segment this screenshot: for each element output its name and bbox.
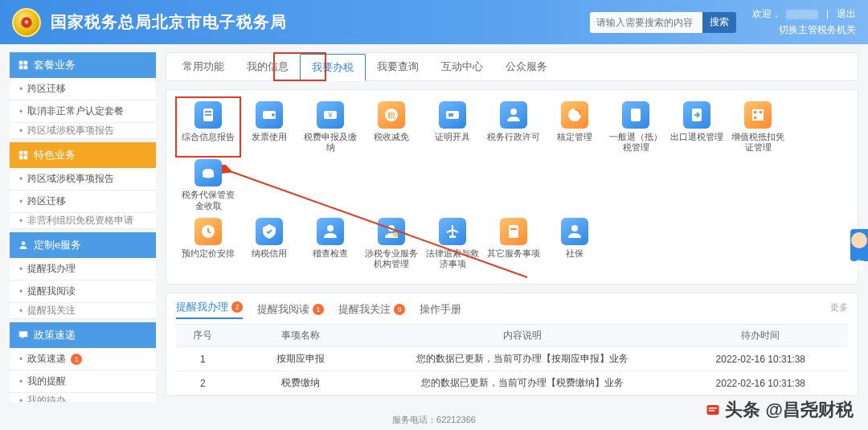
func-item-sqjm[interactable]: 税税收减免	[363, 101, 420, 153]
sidebar-head-dingzhi[interactable]: 定制e服务	[10, 232, 156, 258]
sidebar-item[interactable]: 取消非正常户认定套餐	[10, 100, 156, 123]
badge-icon: 1	[71, 354, 82, 365]
sidebar-item[interactable]: 我的提醒	[10, 371, 156, 393]
logout-link[interactable]: 退出	[837, 6, 856, 22]
main-content: 常用功能 我的信息 我要办税 我要查询 互动中心 公众服务 综合信息报告发票使用…	[166, 52, 858, 402]
func-item-qtfwsx[interactable]: 其它服务事项	[485, 218, 542, 269]
func-item-nsxy[interactable]: 纳税信用	[241, 218, 297, 269]
main-tabs: 常用功能 我的信息 我要办税 我要查询 互动中心 公众服务	[166, 52, 858, 81]
sszyfwjg-icon	[378, 218, 405, 245]
func-item-sb[interactable]: 社保	[547, 218, 603, 269]
ybtds-icon	[622, 101, 649, 129]
sidebar-head-taocan[interactable]: 套餐业务	[10, 52, 156, 78]
table-header: 内容说明	[364, 325, 674, 347]
sidebar-item[interactable]: 跨区域涉税事项报告	[10, 123, 156, 139]
emblem-icon	[18, 14, 35, 31]
sidebar-item[interactable]: 我的待办	[10, 393, 156, 402]
sidebar-item[interactable]: 跨区迁移	[10, 190, 156, 213]
func-item-swxzxk[interactable]: 税务行政许可	[485, 101, 542, 153]
func-item-flzsjj[interactable]: 法律追索与救济事项	[424, 218, 481, 269]
swxzxk-icon	[500, 101, 527, 129]
switch-org-link[interactable]: 切换主管税务机关	[779, 24, 856, 35]
func-label: 社保	[566, 248, 583, 268]
footer: 服务电话：62212366	[0, 410, 868, 430]
sidebar-item[interactable]: 非营利组织免税资格申请	[10, 213, 156, 229]
hdgl-icon	[561, 101, 588, 129]
func-item-swdbgzj[interactable]: 税务代保管资金收取	[180, 159, 236, 211]
svg-rect-7	[19, 156, 23, 160]
svg-rect-5	[19, 151, 23, 155]
search-input[interactable]	[590, 12, 702, 33]
svg-rect-34	[509, 225, 518, 238]
tab-hudongzhongxin[interactable]: 互动中心	[430, 53, 494, 80]
welcome-text: 欢迎，	[752, 6, 781, 22]
tab-changyong[interactable]: 常用功能	[171, 53, 235, 80]
badge-icon: 2	[231, 301, 243, 313]
sfsbjj-icon: ¥	[317, 101, 344, 129]
reminder-tab-guanzhu[interactable]: 提醒我关注 9	[338, 302, 405, 317]
reminder-tab-banli[interactable]: 提醒我办理 2	[176, 300, 243, 319]
svg-text:税: 税	[387, 111, 395, 120]
fpsy-icon	[256, 101, 283, 129]
func-item-fpsy[interactable]: 发票使用	[241, 101, 297, 153]
func-item-ybtds[interactable]: 一般退（抵）税管理	[608, 101, 664, 153]
blurred-username	[786, 10, 818, 19]
search-button[interactable]: 搜索	[702, 12, 736, 33]
table-header: 待办时间	[674, 325, 848, 347]
sidebar-item[interactable]: 跨区迁移	[10, 78, 156, 100]
func-label: 出口退税管理	[670, 132, 723, 151]
sidebar-item[interactable]: 提醒我办理	[10, 258, 156, 281]
svg-rect-28	[754, 117, 756, 119]
sidebar-item[interactable]: 提醒我阅读	[10, 281, 156, 303]
svg-rect-35	[510, 228, 517, 230]
nsxy-icon	[256, 218, 283, 245]
sidebar-item[interactable]: 政策速递 1	[10, 348, 156, 371]
reminder-tab-yuedu[interactable]: 提醒我阅读 1	[257, 302, 324, 317]
assist-label: 在线导办	[854, 252, 866, 258]
func-item-sfsbjj[interactable]: ¥税费申报及缴纳	[302, 101, 358, 153]
func-item-cktsgl[interactable]: 出口退税管理	[669, 101, 725, 153]
reminder-table: 序号 事项名称 内容说明 待办时间 1按期应申报您的数据已更新，当前可办理【按期…	[176, 324, 848, 395]
zhxxbg-icon	[194, 101, 222, 129]
func-item-hdgl[interactable]: 核定管理	[547, 101, 603, 153]
func-item-yydjap[interactable]: 预约定价安排	[180, 218, 236, 269]
func-item-zhxxbg[interactable]: 综合信息报告	[180, 101, 236, 153]
table-header: 序号	[176, 325, 230, 347]
table-row[interactable]: 1按期应申报您的数据已更新，当前可办理【按期应申报】业务2022-02-16 1…	[176, 347, 848, 371]
reminder-more-link[interactable]: 更多	[830, 301, 848, 313]
svg-point-32	[393, 232, 398, 237]
table-row[interactable]: 2税费缴纳您的数据已更新，当前可办理【税费缴纳】业务2022-02-16 10:…	[176, 371, 848, 395]
func-item-sszyfwjg[interactable]: 涉税专业服务机构管理	[363, 218, 420, 269]
func-label: 税务行政许可	[487, 132, 540, 151]
func-label: 其它服务事项	[487, 248, 540, 268]
tab-woyaobanshui[interactable]: 我要办税	[300, 54, 366, 81]
sb-icon	[561, 218, 588, 245]
reminder-tab-shouce[interactable]: 操作手册	[420, 302, 461, 317]
sidebar-head-tese[interactable]: 特色业务	[10, 142, 156, 168]
svg-text:¥: ¥	[327, 111, 333, 119]
svg-rect-11	[205, 111, 211, 113]
cktsgl-icon	[683, 101, 710, 129]
func-label: 稽查检查	[313, 248, 348, 268]
tab-wodexinxi[interactable]: 我的信息	[235, 53, 300, 80]
sidebar-item[interactable]: 提醒我关注	[10, 303, 156, 319]
sidebar-item[interactable]: 跨区域涉税事项报告	[10, 168, 156, 190]
func-label: 纳税信用	[252, 248, 287, 268]
func-item-zzsdkpz[interactable]: 增值税抵扣凭证管理	[730, 101, 786, 153]
national-emblem-logo	[12, 8, 41, 37]
func-item-zmkj[interactable]: 证明开具	[424, 101, 481, 153]
func-label: 发票使用	[252, 132, 287, 151]
zzsdkpz-icon	[744, 101, 772, 129]
func-label: 增值税抵扣凭证管理	[730, 132, 786, 153]
tab-gongzhongfuwu[interactable]: 公众服务	[494, 53, 559, 80]
func-label: 税务代保管资金收取	[180, 190, 236, 211]
float-assist-button[interactable]: 在线导办	[850, 229, 868, 261]
grid-icon	[18, 149, 29, 161]
sidebar-section-label: 定制e服务	[34, 238, 81, 252]
tab-woyaochaxun[interactable]: 我要查询	[366, 53, 430, 80]
search-wrap: 搜索	[590, 12, 736, 33]
func-label: 税收减免	[374, 132, 409, 151]
func-item-jcjc[interactable]: 稽查检查	[302, 218, 358, 269]
sidebar-head-zhengce[interactable]: 政策速递	[10, 322, 156, 348]
svg-point-14	[272, 113, 275, 117]
